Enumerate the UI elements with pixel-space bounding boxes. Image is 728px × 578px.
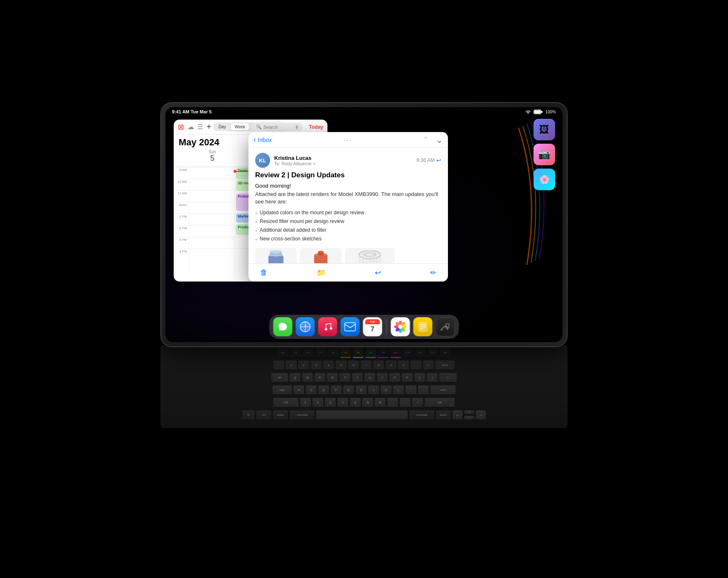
key-v[interactable]: V [337,398,348,408]
calendar-search[interactable]: 🔍 Search 🎙 [253,123,303,131]
key-slash[interactable]: / [412,398,423,408]
key-f11[interactable]: F11 [415,348,426,358]
key-p[interactable]: P [402,373,413,383]
key-f5[interactable]: F5 [340,348,351,358]
key-z[interactable]: Z [300,398,311,408]
mic-icon[interactable]: 🎙 [295,125,299,130]
trash-icon[interactable]: 🗑 [260,268,268,277]
key-tab[interactable]: tab [271,373,288,383]
key-rcmd[interactable]: command [409,410,434,420]
key-b[interactable]: B [350,398,361,408]
key-r[interactable]: R [327,373,338,383]
dock-photos[interactable] [391,317,410,336]
key-w[interactable]: W [302,373,313,383]
compose-icon[interactable]: ✏ [430,268,436,277]
attachment-1[interactable] [255,248,297,263]
key-3[interactable]: 3 [311,360,322,370]
key-comma[interactable]: , [387,398,398,408]
mail-back-button[interactable]: ‹ Inbox [253,135,272,144]
key-option[interactable]: option [273,410,288,420]
key-4[interactable]: 4 [323,360,334,370]
nav-down-arrow[interactable]: ⌄ [436,135,443,145]
key-e[interactable]: E [315,373,325,383]
key-m[interactable]: M [375,398,386,408]
dock-messages[interactable] [273,317,293,336]
key-equals[interactable]: = [423,360,434,370]
key-2[interactable]: 2 [298,360,309,370]
mail-sender-to[interactable]: To: Rody Albuerne > [274,161,412,166]
key-period[interactable]: . [400,398,411,408]
key-f6[interactable]: F6 [353,348,364,358]
key-backtick[interactable]: ` [273,360,284,370]
key-q[interactable]: Q [290,373,300,383]
key-rbracket[interactable]: ] [427,373,438,383]
attachment-3[interactable] [345,248,395,263]
key-lcmd[interactable]: command [290,410,315,420]
key-right[interactable]: → [476,410,486,420]
reply-icon[interactable]: ↩ [436,157,441,164]
key-fn[interactable]: fn [242,410,255,420]
key-capslock[interactable]: caps [273,385,292,395]
key-space[interactable] [316,410,408,420]
side-app-2[interactable]: 📷 [534,144,555,165]
key-1[interactable]: 1 [286,360,297,370]
key-t[interactable]: T [339,373,350,383]
tab-day[interactable]: Day [214,123,230,130]
key-f4[interactable]: F4 [328,348,339,358]
mail-window[interactable]: ‹ Inbox ··· ⌃ ⌄ KL [248,132,448,282]
dock-music[interactable] [318,317,337,336]
key-quote[interactable]: ' [418,385,429,395]
tab-week[interactable]: Week [231,123,249,130]
key-return[interactable]: return [430,385,455,395]
key-f9[interactable]: F9 [390,348,401,358]
today-button[interactable]: Today [309,124,323,130]
key-l[interactable]: L [393,385,404,395]
key-f7[interactable]: F7 [365,348,376,358]
cal-list-icon[interactable]: ☰ [197,123,203,131]
key-ctrl[interactable]: ctrl [256,410,271,420]
key-s[interactable]: S [306,385,317,395]
dock-safari[interactable] [296,317,315,336]
key-semicolon[interactable]: ; [406,385,416,395]
key-esc[interactable]: esc [277,348,289,358]
key-o[interactable]: O [389,373,400,383]
key-6[interactable]: 6 [348,360,359,370]
mail-dots[interactable]: ··· [344,137,353,143]
nav-up-arrow[interactable]: ⌃ [422,135,429,145]
key-lshift[interactable]: shift [273,398,298,408]
key-left[interactable]: ← [453,410,462,420]
key-9[interactable]: 9 [386,360,396,370]
key-0[interactable]: 0 [398,360,409,370]
key-f1[interactable]: F1 [290,348,301,358]
key-k[interactable]: K [381,385,391,395]
key-7[interactable]: 7 [361,360,371,370]
dock-freeform[interactable] [436,317,455,336]
key-y[interactable]: Y [352,373,363,383]
key-8[interactable]: 8 [373,360,384,370]
attachment-2[interactable] [300,248,342,263]
key-down[interactable]: ↓ [464,416,474,420]
key-h[interactable]: H [356,385,366,395]
dock-calendar[interactable]: TUE 7 [363,317,382,336]
side-app-1[interactable]: 🖼 [534,119,555,140]
key-delete-top[interactable]: del [440,348,451,358]
key-n[interactable]: N [362,398,373,408]
key-i[interactable]: I [377,373,388,383]
key-roption[interactable]: option [436,410,451,420]
key-f10[interactable]: F10 [403,348,413,358]
key-f[interactable]: F [331,385,342,395]
key-up[interactable]: ↑ [464,410,474,415]
key-j[interactable]: J [368,385,379,395]
key-5[interactable]: 5 [336,360,347,370]
dock-mail[interactable] [341,317,360,336]
key-x[interactable]: X [312,398,323,408]
cal-inbox-icon[interactable]: ☁ [187,123,194,131]
key-backslash[interactable]: \ [439,373,457,383]
cal-add-icon[interactable]: + [207,122,212,132]
folder-icon[interactable]: 📁 [317,268,326,277]
reply-all-icon[interactable]: ↩ [375,268,381,277]
key-minus[interactable]: - [411,360,421,370]
key-u[interactable]: U [364,373,375,383]
key-d[interactable]: D [318,385,329,395]
key-f8[interactable]: F8 [378,348,389,358]
